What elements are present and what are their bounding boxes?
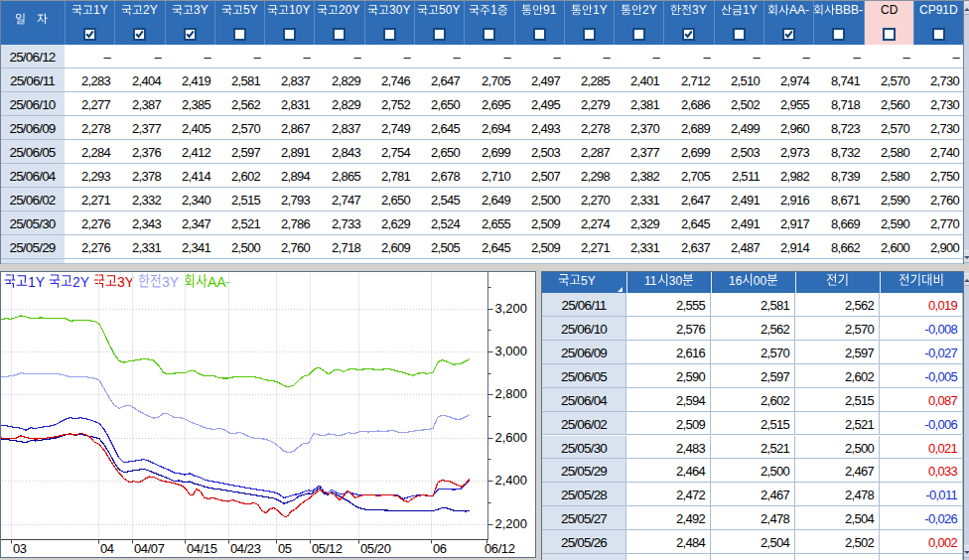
svg-text:1Y: 1Y bbox=[743, 4, 758, 18]
svg-text:50Y: 50Y bbox=[439, 4, 460, 18]
svg-text:91: 91 bbox=[543, 4, 557, 18]
svg-text:CD: CD bbox=[881, 4, 899, 18]
svg-text:30Y: 30Y bbox=[389, 4, 410, 18]
svg-text:16: 16 bbox=[729, 274, 743, 288]
svg-text:CP91D: CP91D bbox=[919, 4, 958, 18]
svg-text:AA-: AA- bbox=[789, 4, 809, 18]
svg-text:5Y: 5Y bbox=[581, 274, 596, 288]
svg-text:1Y: 1Y bbox=[593, 4, 608, 18]
svg-text:00: 00 bbox=[753, 274, 766, 288]
svg-text:30: 30 bbox=[668, 274, 682, 288]
svg-text:20Y: 20Y bbox=[339, 4, 359, 18]
svg-text:10Y: 10Y bbox=[289, 4, 310, 18]
svg-text:2Y: 2Y bbox=[143, 4, 158, 18]
svg-text:3Y: 3Y bbox=[194, 4, 208, 18]
svg-text:3Y: 3Y bbox=[692, 4, 707, 18]
svg-text:2Y: 2Y bbox=[642, 4, 657, 18]
svg-text:5Y: 5Y bbox=[243, 4, 258, 18]
svg-text:1Y: 1Y bbox=[93, 4, 108, 18]
svg-text:BBB-: BBB- bbox=[835, 4, 863, 18]
svg-text:11: 11 bbox=[644, 274, 657, 288]
svg-text:1: 1 bbox=[490, 4, 497, 18]
